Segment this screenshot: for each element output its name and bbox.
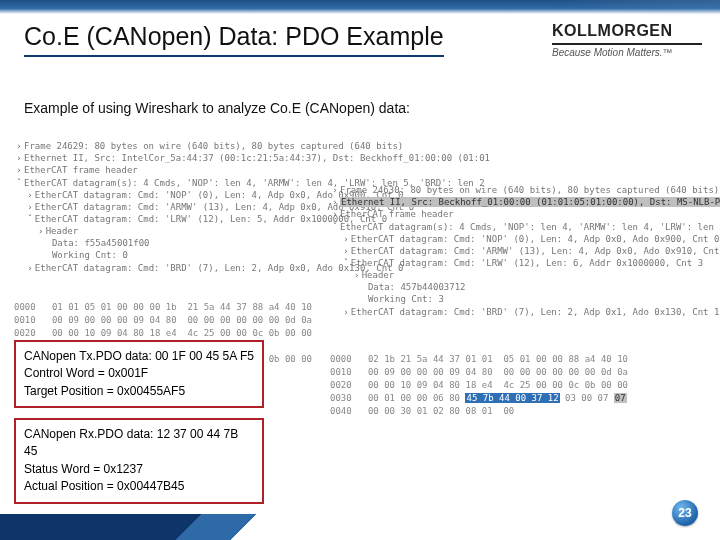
hex-row: 0000 02 1b 21 5a 44 37 01 01 05 01 00 00… [330, 354, 628, 364]
wireshark-tree-left: ›Frame 24629: 80 bytes on wire (640 bits… [14, 128, 374, 274]
callout-rxpdo: CANopen Rx.PDO data: 12 37 00 44 7B 45 S… [14, 418, 264, 504]
hex-row: 0020 00 00 10 09 04 80 18 e4 4c 25 00 00… [330, 380, 628, 390]
hex-row: 0010 00 09 00 00 00 09 04 80 00 00 00 00… [330, 367, 628, 377]
chevron-right-icon: › [25, 189, 35, 201]
brand-tagline: Because Motion Matters.™ [552, 47, 702, 58]
chevron-down-icon: ˇ [341, 257, 351, 269]
tree-line: Header [362, 270, 395, 280]
page-title: Co.E (CANopen) Data: PDO Example [24, 22, 444, 57]
chevron-down-icon: ˇ [25, 213, 35, 225]
tree-data-line: Data: 457b44003712 [368, 282, 466, 292]
chevron-right-icon: › [341, 233, 351, 245]
chevron-down-icon: ˇ [330, 221, 340, 233]
chevron-right-icon: › [14, 164, 24, 176]
tree-data-line: Data: f55a45001f00 [52, 238, 150, 248]
tree-line: EtherCAT datagram(s): 4 Cmds, 'NOP': len… [340, 222, 720, 232]
hex-row: 0030 00 01 00 00 06 80 [330, 393, 465, 403]
chevron-right-icon: › [330, 196, 340, 208]
callout-line: Target Position = 0x00455AF5 [24, 383, 254, 400]
hex-row: 0020 00 00 10 09 04 80 18 e4 4c 25 00 00… [14, 328, 312, 338]
tree-line-selected: Ethernet II, Src: Beckhoff_01:00:00 (01:… [340, 197, 720, 207]
brand-block: KOLLMORGEN Because Motion Matters.™ [552, 22, 702, 58]
brand-name: KOLLMORGEN [552, 22, 702, 40]
chevron-right-icon: › [36, 225, 46, 237]
callout-line: CANopen Rx.PDO data: 12 37 00 44 7B 45 [24, 426, 254, 461]
hex-row: 0040 00 00 30 01 02 80 08 01 00 [330, 406, 514, 416]
tree-line: EtherCAT frame header [24, 165, 138, 175]
chevron-down-icon: ˇ [14, 177, 24, 189]
tree-line: Working Cnt: 3 [368, 294, 444, 304]
brand-divider [552, 43, 702, 45]
tree-line: Working Cnt: 0 [52, 250, 128, 260]
chevron-right-icon: › [341, 306, 351, 318]
hex-row: 0000 01 01 05 01 00 00 00 1b 21 5a 44 37… [14, 302, 312, 312]
tree-line: Ethernet II, Src: IntelCor_5a:44:37 (00:… [24, 153, 490, 163]
chevron-right-icon: › [341, 245, 351, 257]
tree-line: EtherCAT datagram: Cmd: 'NOP' (0), Len: … [351, 234, 719, 244]
tree-line: EtherCAT datagram: Cmd: 'ARMW' (13), Len… [351, 246, 720, 256]
page-subtitle: Example of using Wireshark to analyze Co… [24, 100, 410, 116]
tree-line: EtherCAT datagram: Cmd: 'LRW' (12), Len:… [351, 258, 703, 268]
tree-line: Frame 24630: 80 bytes on wire (640 bits)… [340, 185, 719, 195]
chevron-right-icon: › [14, 140, 24, 152]
footer-decoration [0, 512, 720, 540]
chevron-right-icon: › [330, 208, 340, 220]
hex-highlight: 45 7b 44 00 37 12 [465, 393, 559, 403]
tree-line: EtherCAT frame header [340, 209, 454, 219]
header-decoration [0, 0, 720, 14]
hex-highlight-secondary: 07 [614, 393, 627, 403]
chevron-right-icon: › [352, 269, 362, 281]
hex-row: 0010 00 09 00 00 00 09 04 80 00 00 00 00… [14, 315, 312, 325]
callout-txpdo: CANopen Tx.PDO data: 00 1F 00 45 5A F5 C… [14, 340, 264, 408]
chevron-right-icon: › [330, 184, 340, 196]
callout-line: Control Word = 0x001F [24, 365, 254, 382]
callout-line: Actual Position = 0x00447B45 [24, 478, 254, 495]
page-number-badge: 23 [672, 500, 698, 526]
callout-line: Status Word = 0x1237 [24, 461, 254, 478]
chevron-right-icon: › [14, 152, 24, 164]
tree-line: Header [46, 226, 79, 236]
wireshark-tree-right: ›Frame 24630: 80 bytes on wire (640 bits… [330, 172, 710, 318]
tree-line: Frame 24629: 80 bytes on wire (640 bits)… [24, 141, 403, 151]
hex-row: 03 00 07 [560, 393, 614, 403]
hex-dump-right: 0000 02 1b 21 5a 44 37 01 01 05 01 00 00… [330, 340, 628, 418]
tree-line: EtherCAT datagram: Cmd: 'BRD' (7), Len: … [351, 307, 719, 317]
chevron-right-icon: › [25, 201, 35, 213]
callout-line: CANopen Tx.PDO data: 00 1F 00 45 5A F5 [24, 348, 254, 365]
chevron-right-icon: › [25, 262, 35, 274]
